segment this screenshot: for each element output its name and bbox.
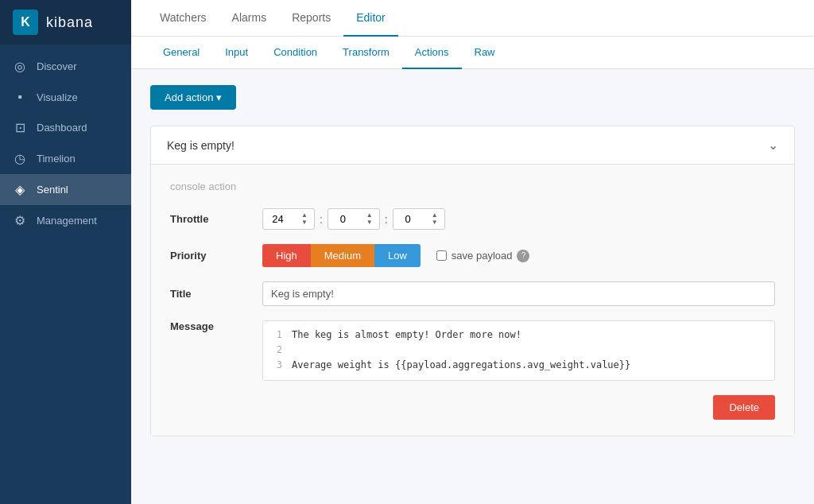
sidebar-item-label: Discover [37,60,77,72]
priority-buttons: High Medium Low [262,244,421,267]
priority-label: Priority [170,250,250,262]
tab-condition[interactable]: Condition [261,37,330,69]
throttle-label: Throttle [170,213,250,225]
chevron-down-icon: ⌄ [768,138,778,153]
title-control [262,281,775,306]
spinner-up[interactable]: ▲ [301,212,308,219]
sidebar-item-label: Timelion [37,153,76,165]
help-icon[interactable]: ? [517,250,529,262]
sidebar-item-label: Dashboard [37,122,87,134]
throttle-separator-2: : [385,213,388,226]
spinner-down[interactable]: ▼ [366,219,373,226]
throttle-inputs: ▲ ▼ : ▲ ▼ [262,208,445,230]
discover-icon: ◎ [13,59,27,74]
sidebar-item-label: Management [37,215,97,227]
delete-row: Delete [170,395,775,420]
message-control: 1 The keg is almost empty! Order more no… [262,320,775,381]
message-line-2: 2 [263,343,774,358]
sidebar-nav: ◎ Discover ▪ Visualize ⊡ Dashboard ◷ Tim… [0,45,131,236]
message-label: Message [170,320,250,332]
message-row: Message 1 The keg is almost empty! Order… [170,320,775,381]
spinner-up[interactable]: ▲ [366,212,373,219]
main-area: Watchers Alarms Reports Editor General I… [131,0,814,504]
throttle-row: Throttle ▲ ▼ : [170,208,775,230]
line-content-3: Average weight is {{payload.aggregations… [292,358,630,373]
throttle-separator-1: : [320,213,323,226]
throttle-hours-spinner[interactable]: ▲ ▼ [301,212,308,226]
hours-field[interactable] [269,213,298,225]
console-action-label: console action [170,180,775,192]
tab-transform[interactable]: Transform [330,37,402,69]
timelion-icon: ◷ [13,151,27,166]
message-lines: 1 The keg is almost empty! Order more no… [263,321,774,380]
throttle-minutes-spinner[interactable]: ▲ ▼ [366,212,373,226]
minutes-field[interactable] [335,213,363,225]
sidebar-item-management[interactable]: ⚙ Management [0,205,131,236]
content-area: General Input Condition Transform Action… [131,37,814,504]
tab-raw[interactable]: Raw [462,37,508,69]
line-number-3: 3 [263,358,292,373]
save-payload-text: save payload [452,250,513,262]
sentinl-icon: ◈ [13,182,27,197]
sub-tabs: General Input Condition Transform Action… [131,37,814,69]
top-nav: Watchers Alarms Reports Editor [131,0,814,37]
sidebar-item-label: Sentinl [37,184,68,196]
message-line-1: 1 The keg is almost empty! Order more no… [263,328,774,343]
priority-high-button[interactable]: High [262,244,311,267]
management-icon: ⚙ [13,213,27,228]
add-action-button[interactable]: Add action ▾ [150,85,236,110]
sidebar-item-visualize[interactable]: ▪ Visualize [0,82,131,112]
priority-medium-button[interactable]: Medium [311,244,374,267]
sidebar-item-discover[interactable]: ◎ Discover [0,51,131,82]
throttle-hours-input[interactable]: ▲ ▼ [262,208,315,230]
title-input[interactable] [262,281,775,306]
save-payload-label[interactable]: save payload ? [436,250,530,262]
top-nav-reports[interactable]: Reports [279,0,343,37]
sidebar-item-timelion[interactable]: ◷ Timelion [0,143,131,174]
message-area[interactable]: 1 The keg is almost empty! Order more no… [262,320,775,381]
sidebar-item-sentinl[interactable]: ◈ Sentinl [0,174,131,205]
title-label: Title [170,288,250,300]
tab-general[interactable]: General [150,37,212,69]
spinner-up[interactable]: ▲ [432,212,438,219]
throttle-seconds-spinner[interactable]: ▲ ▼ [432,212,438,226]
line-number-1: 1 [263,328,292,343]
logo-text: kibana [46,14,93,31]
editor-content: Add action ▾ Keg is empty! ⌄ console act… [131,69,814,452]
top-nav-watchers[interactable]: Watchers [147,0,219,37]
logo: K kibana [0,0,131,45]
save-payload-checkbox[interactable] [436,250,447,261]
seconds-field[interactable] [400,213,428,225]
throttle-minutes-input[interactable]: ▲ ▼ [328,208,380,230]
sidebar: K kibana ◎ Discover ▪ Visualize ⊡ Dashbo… [0,0,131,504]
title-row: Title [170,281,775,306]
logo-icon: K [13,10,38,35]
line-number-2: 2 [263,343,292,358]
priority-low-button[interactable]: Low [374,244,421,267]
message-line-3: 3 Average weight is {{payload.aggregatio… [263,358,774,373]
action-panel: Keg is empty! ⌄ console action Throttle … [150,126,795,436]
priority-row: Priority High Medium Low save payload ? [170,244,775,267]
visualize-icon: ▪ [13,90,27,104]
dashboard-icon: ⊡ [13,120,27,135]
spinner-down[interactable]: ▼ [432,219,438,226]
action-panel-header[interactable]: Keg is empty! ⌄ [151,126,794,165]
tab-actions[interactable]: Actions [402,37,462,69]
throttle-seconds-input[interactable]: ▲ ▼ [393,208,445,230]
sidebar-item-dashboard[interactable]: ⊡ Dashboard [0,112,131,143]
spinner-down[interactable]: ▼ [301,219,308,226]
sidebar-item-label: Visualize [37,91,78,103]
top-nav-editor[interactable]: Editor [343,0,398,37]
action-body: console action Throttle ▲ ▼ [151,165,794,436]
top-nav-alarms[interactable]: Alarms [219,0,280,37]
delete-button[interactable]: Delete [713,395,775,420]
tab-input[interactable]: Input [212,37,261,69]
action-panel-title: Keg is empty! [167,139,235,152]
priority-controls: High Medium Low save payload ? [262,244,529,267]
line-content-1: The keg is almost empty! Order more now! [292,328,521,343]
